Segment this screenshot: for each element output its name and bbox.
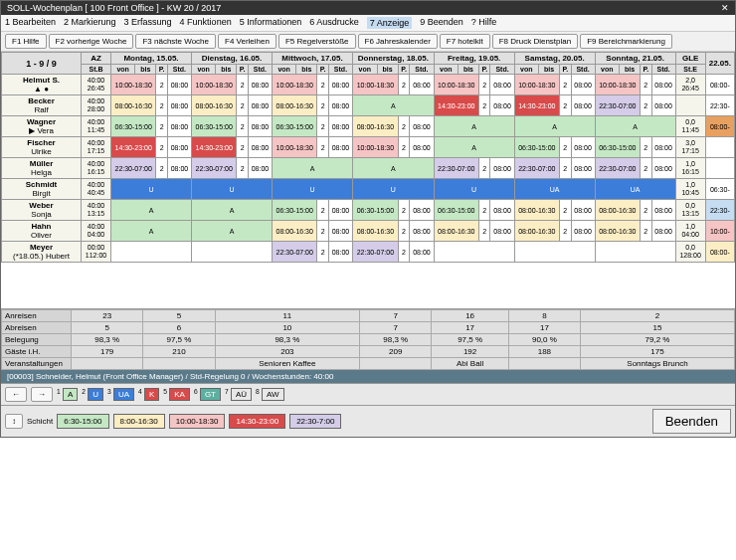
employee-name[interactable]: Meyer(*18.05.) Hubert	[2, 242, 82, 263]
menu-item[interactable]: 9 Beenden	[420, 17, 463, 29]
shift-cell[interactable]: A	[111, 200, 192, 221]
shift-cell[interactable]: 08:00-16:30	[111, 95, 156, 116]
shift-cell[interactable]: 10:00-18:30	[111, 75, 156, 95]
shift-cell[interactable]: UA	[595, 179, 675, 200]
day-header[interactable]: Mittwoch, 17.05.	[273, 53, 353, 65]
shift-cell[interactable]: 22:30-07:00	[514, 158, 559, 179]
day-header[interactable]: Sonntag, 21.05.	[595, 53, 675, 65]
shift-cell[interactable]: U	[111, 179, 192, 200]
shift-cell[interactable]: A	[434, 137, 514, 158]
extra-shift-cell[interactable]: 06:30-	[705, 179, 734, 200]
shift-cell[interactable]: A	[514, 116, 595, 137]
shift-cell[interactable]: 14:30-23:00	[111, 137, 156, 158]
shift-template[interactable]: 22:30-7:00	[289, 414, 341, 429]
legend-item[interactable]: 5 KA	[163, 388, 190, 402]
shift-template[interactable]: 6:30-15:00	[57, 414, 108, 429]
shift-cell[interactable]: 08:00-16:30	[353, 116, 399, 137]
legend-item[interactable]: 4 K	[138, 388, 159, 402]
sort-icon[interactable]: ↕	[5, 414, 23, 429]
shift-cell[interactable]: 08:00-16:30	[514, 200, 559, 221]
shift-cell[interactable]: 10:00-18:30	[595, 75, 640, 95]
shift-cell[interactable]: 10:00-18:30	[273, 137, 317, 158]
shift-cell[interactable]: U	[192, 179, 273, 200]
empty-cell[interactable]	[192, 242, 273, 263]
menu-item[interactable]: 1 Bearbeiten	[5, 17, 56, 29]
close-icon[interactable]: ✕	[721, 3, 729, 13]
shift-cell[interactable]: A	[273, 158, 353, 179]
legend-item[interactable]: 3 UA	[107, 388, 134, 402]
extra-shift-cell[interactable]: 10:00-	[705, 221, 734, 242]
shift-cell[interactable]: 10:00-18:30	[192, 75, 237, 95]
employee-name[interactable]: BeckerRalf	[2, 95, 82, 116]
shift-cell[interactable]: A	[353, 158, 435, 179]
day-header[interactable]: Donnerstag, 18.05.	[353, 53, 435, 65]
shift-cell[interactable]: 22:30-07:00	[595, 158, 640, 179]
legend-item[interactable]: 7 AÜ	[225, 388, 252, 402]
shift-cell[interactable]: 10:00-18:30	[514, 75, 559, 95]
shift-cell[interactable]: U	[273, 179, 353, 200]
shift-cell[interactable]: 10:00-18:30	[273, 75, 317, 95]
shift-cell[interactable]: 08:00-16:30	[595, 221, 640, 242]
shift-cell[interactable]: 14:30-23:00	[434, 95, 478, 116]
shift-cell[interactable]: 22:30-07:00	[353, 242, 399, 263]
shift-cell[interactable]: 08:00-16:30	[192, 95, 237, 116]
toolbar-button[interactable]: F1 Hilfe	[5, 34, 47, 49]
shift-cell[interactable]: 14:30-23:00	[192, 137, 237, 158]
menu-item[interactable]: ? Hilfe	[471, 17, 497, 29]
toolbar-button[interactable]: F5 Regelverstöße	[278, 34, 356, 49]
extra-shift-cell[interactable]: 08:00-	[705, 242, 734, 263]
shift-cell[interactable]: 06:30-15:00	[273, 200, 317, 221]
shift-cell[interactable]: 10:00-18:30	[434, 75, 478, 95]
shift-cell[interactable]: 22:30-07:00	[111, 158, 156, 179]
shift-cell[interactable]: A	[192, 221, 273, 242]
employee-name[interactable]: SchmidtBirgit	[2, 179, 82, 200]
shift-cell[interactable]: A	[353, 95, 435, 116]
shift-cell[interactable]: 06:30-15:00	[353, 200, 399, 221]
legend-item[interactable]: 8 AW	[256, 388, 284, 402]
shift-cell[interactable]: U	[353, 179, 435, 200]
nav-prev-icon[interactable]: ←	[5, 387, 27, 402]
end-button[interactable]: Beenden	[652, 409, 731, 434]
shift-cell[interactable]: U	[434, 179, 514, 200]
shift-template[interactable]: 10:00-18:30	[169, 414, 226, 429]
shift-cell[interactable]: A	[595, 116, 675, 137]
toolbar-button[interactable]: F4 Verleihen	[218, 34, 276, 49]
shift-cell[interactable]: 14:30-23:00	[514, 95, 559, 116]
shift-cell[interactable]: 08:00-16:30	[273, 221, 317, 242]
day-header[interactable]: Samstag, 20.05.	[514, 53, 595, 65]
shift-cell[interactable]: A	[434, 116, 514, 137]
shift-template[interactable]: 8:00-16:30	[113, 414, 165, 429]
legend-item[interactable]: 1 A	[57, 388, 78, 402]
nav-next-icon[interactable]: →	[31, 387, 53, 402]
menu-item[interactable]: 6 Ausdrucke	[309, 17, 359, 29]
shift-cell[interactable]: 22:30-07:00	[273, 242, 317, 263]
extra-shift-cell[interactable]: 08:00-	[705, 116, 734, 137]
shift-cell[interactable]: UA	[514, 179, 595, 200]
employee-name[interactable]: MüllerHelga	[2, 158, 82, 179]
shift-cell[interactable]: 10:00-18:30	[353, 137, 399, 158]
shift-cell[interactable]: 06:30-15:00	[192, 116, 237, 137]
shift-cell[interactable]: 06:30-15:00	[514, 137, 559, 158]
menu-item[interactable]: 5 Informationen	[240, 17, 302, 29]
empty-cell[interactable]	[595, 242, 675, 263]
legend-item[interactable]: 6 GT	[194, 388, 221, 402]
empty-cell[interactable]	[514, 242, 595, 263]
shift-cell[interactable]: 22:30-07:00	[595, 95, 640, 116]
toolbar-button[interactable]: F8 Druck Dienstplan	[492, 34, 578, 49]
extra-day-head[interactable]: 22.05.	[705, 53, 734, 75]
extra-shift-cell[interactable]: 08:00-	[705, 75, 734, 95]
shift-cell[interactable]: 06:30-15:00	[111, 116, 156, 137]
shift-cell[interactable]: 06:30-15:00	[273, 116, 317, 137]
employee-name[interactable]: Helmut S.▲ ●	[2, 75, 82, 95]
shift-cell[interactable]: 22:30-07:00	[434, 158, 478, 179]
employee-name[interactable]: Wagner▶ Vera	[2, 116, 82, 137]
shift-cell[interactable]: 08:00-16:30	[595, 200, 640, 221]
toolbar-button[interactable]: F9 Bereichmarkierung	[580, 34, 672, 49]
employee-name[interactable]: FischerUlrike	[2, 137, 82, 158]
shift-cell[interactable]: 08:00-16:30	[434, 221, 478, 242]
extra-shift-cell[interactable]	[705, 158, 734, 179]
toolbar-button[interactable]: F6 Jahreskalender	[358, 34, 438, 49]
day-header[interactable]: Montag, 15.05.	[111, 53, 192, 65]
menu-item[interactable]: 2 Markierung	[64, 17, 116, 29]
day-header[interactable]: Dienstag, 16.05.	[192, 53, 273, 65]
